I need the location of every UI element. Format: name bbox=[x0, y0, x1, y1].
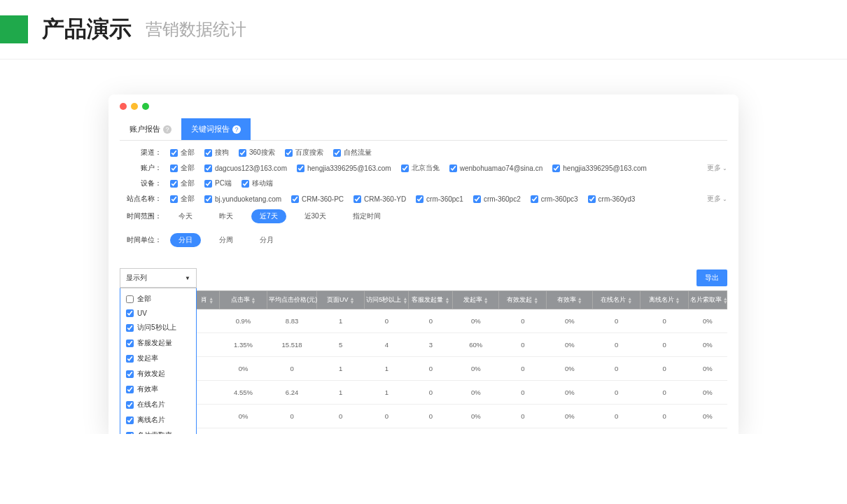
sort-icon[interactable]: ▲▼ bbox=[578, 297, 582, 304]
table-row[interactable]: 夭bj-云朵课堂1.35%15.51854360%00%000% bbox=[120, 333, 727, 357]
column-selector-dropdown[interactable]: 全部UV访问5秒以上客服发起量发起率有效发起有效率在线名片离线名片名片索取率有效… bbox=[120, 288, 197, 434]
checkbox-icon[interactable] bbox=[126, 416, 134, 424]
filter-checkbox-option[interactable]: crm-360pc3 bbox=[531, 195, 578, 203]
checkbox-icon[interactable] bbox=[126, 309, 134, 317]
filter-checkbox-option[interactable]: crm-360pc1 bbox=[416, 195, 463, 203]
filter-checkbox-option[interactable]: 全部 bbox=[170, 194, 195, 204]
checkbox-icon[interactable] bbox=[126, 432, 134, 435]
checkbox-icon[interactable] bbox=[170, 149, 178, 157]
column-toggle-item[interactable]: 访问5秒以上 bbox=[120, 320, 196, 335]
checkbox-icon[interactable] bbox=[552, 164, 560, 172]
window-maximize-icon[interactable] bbox=[142, 103, 149, 110]
filter-checkbox-option[interactable]: 北京当兔 bbox=[401, 163, 440, 173]
filter-checkbox-option[interactable]: wenbohuamao74@sina.cn bbox=[449, 164, 543, 172]
sort-icon[interactable]: ▲▼ bbox=[350, 297, 355, 304]
column-toggle-item[interactable]: 发起率 bbox=[120, 351, 196, 366]
filter-checkbox-option[interactable]: hengjia3396295@163.com bbox=[552, 164, 647, 172]
sort-icon[interactable]: ▲▼ bbox=[676, 297, 680, 304]
checkbox-icon[interactable] bbox=[416, 195, 424, 203]
checkbox-icon[interactable] bbox=[170, 180, 178, 188]
filter-checkbox-option[interactable]: 全部 bbox=[170, 148, 195, 158]
tab-keyword-report[interactable]: 关键词报告 ? bbox=[181, 118, 251, 140]
window-close-icon[interactable] bbox=[120, 103, 127, 110]
filter-checkbox-option[interactable]: 全部 bbox=[170, 178, 195, 188]
table-header-cell[interactable]: 页面UV▲▼ bbox=[317, 291, 365, 309]
checkbox-icon[interactable] bbox=[285, 149, 293, 157]
checkbox-icon[interactable] bbox=[170, 164, 178, 172]
checkbox-icon[interactable] bbox=[449, 164, 457, 172]
filter-checkbox-option[interactable]: CRM-360-YD bbox=[354, 195, 406, 203]
time-option-pill[interactable]: 近30天 bbox=[296, 209, 335, 223]
filter-checkbox-option[interactable]: 移动端 bbox=[241, 178, 273, 188]
tab-account-report[interactable]: 账户报告 ? bbox=[120, 118, 181, 140]
help-icon[interactable]: ? bbox=[163, 125, 172, 134]
sort-icon[interactable]: ▲▼ bbox=[723, 297, 727, 304]
column-toggle-item[interactable]: 离线名片 bbox=[120, 412, 196, 428]
checkbox-icon[interactable] bbox=[204, 164, 212, 172]
table-row[interactable]: 夭bj-云朵课堂0%01100%00%000% bbox=[120, 357, 727, 381]
more-toggle[interactable]: 更多 ⌄ bbox=[707, 194, 727, 204]
table-row[interactable]: 夭bj-云朵课堂0.9%8.831000%00%000% bbox=[120, 309, 727, 333]
filter-checkbox-option[interactable]: hengjia3396295@163.com bbox=[297, 164, 391, 172]
table-header-cell[interactable]: 有效率▲▼ bbox=[547, 291, 593, 309]
checkbox-icon[interactable] bbox=[291, 195, 299, 203]
column-toggle-item[interactable]: 全部 bbox=[120, 291, 196, 307]
checkbox-icon[interactable] bbox=[473, 195, 481, 203]
table-header-cell[interactable]: 发起率▲▼ bbox=[453, 291, 499, 309]
column-toggle-item[interactable]: 名片索取率 bbox=[120, 428, 196, 434]
table-header-cell[interactable]: 点击率▲▼ bbox=[219, 291, 267, 309]
filter-checkbox-option[interactable]: 360搜索 bbox=[239, 148, 275, 158]
sort-icon[interactable]: ▲▼ bbox=[209, 297, 214, 304]
checkbox-icon[interactable] bbox=[333, 149, 341, 157]
filter-checkbox-option[interactable]: 全部 bbox=[170, 163, 195, 173]
more-toggle[interactable]: 更多 ⌄ bbox=[707, 163, 727, 173]
checkbox-icon[interactable] bbox=[126, 370, 134, 378]
checkbox-icon[interactable] bbox=[126, 324, 134, 332]
checkbox-icon[interactable] bbox=[588, 195, 596, 203]
column-toggle-item[interactable]: 在线名片 bbox=[120, 397, 196, 412]
checkbox-icon[interactable] bbox=[126, 386, 134, 393]
checkbox-icon[interactable] bbox=[126, 401, 134, 409]
table-header-cell[interactable]: 名片索取率▲▼ bbox=[688, 291, 727, 309]
column-toggle-item[interactable]: 有效发起 bbox=[120, 366, 196, 382]
table-header-cell[interactable]: 访问5秒以上▲▼ bbox=[365, 291, 409, 309]
time-option-pill[interactable]: 今天 bbox=[170, 209, 201, 223]
time-option-pill[interactable]: 昨天 bbox=[211, 209, 241, 223]
table-row[interactable]: 夭bj-云朵课堂4.55%6.241100%00%000% bbox=[120, 381, 727, 405]
filter-checkbox-option[interactable]: 自然流量 bbox=[333, 148, 372, 158]
time-option-pill[interactable]: 分日 bbox=[170, 233, 201, 247]
checkbox-icon[interactable] bbox=[297, 164, 304, 172]
table-header-cell[interactable]: 在线名片▲▼ bbox=[593, 291, 640, 309]
sort-icon[interactable]: ▲▼ bbox=[484, 297, 489, 304]
filter-checkbox-option[interactable]: dagcuos123@163.com bbox=[204, 164, 287, 172]
table-header-cell[interactable]: 客服发起量▲▼ bbox=[409, 291, 453, 309]
export-button[interactable]: 导出 bbox=[696, 270, 727, 286]
sort-icon[interactable]: ▲▼ bbox=[402, 297, 407, 304]
table-header-cell[interactable]: 有效发起▲▼ bbox=[499, 291, 547, 309]
checkbox-icon[interactable] bbox=[204, 180, 212, 188]
checkbox-icon[interactable] bbox=[239, 149, 246, 157]
window-minimize-icon[interactable] bbox=[131, 103, 138, 110]
filter-checkbox-option[interactable]: 搜狗 bbox=[204, 148, 229, 158]
checkbox-icon[interactable] bbox=[126, 355, 134, 363]
sort-icon[interactable]: ▲▼ bbox=[444, 297, 449, 304]
sort-icon[interactable]: ▲▼ bbox=[533, 297, 538, 304]
filter-checkbox-option[interactable]: 百度搜索 bbox=[285, 148, 323, 158]
checkbox-icon[interactable] bbox=[354, 195, 361, 203]
time-option-pill[interactable]: 指定时间 bbox=[344, 209, 389, 223]
sort-icon[interactable]: ▲▼ bbox=[251, 297, 256, 304]
column-toggle-item[interactable]: 客服发起量 bbox=[120, 335, 196, 351]
checkbox-icon[interactable] bbox=[531, 195, 538, 203]
checkbox-icon[interactable] bbox=[204, 149, 212, 157]
time-option-pill[interactable]: 近7天 bbox=[251, 209, 286, 223]
filter-checkbox-option[interactable]: PC端 bbox=[204, 178, 232, 188]
column-toggle-item[interactable]: UV bbox=[120, 307, 196, 320]
table-header-cell[interactable]: 离线名片▲▼ bbox=[640, 291, 688, 309]
filter-checkbox-option[interactable]: crm-360pc2 bbox=[473, 195, 521, 203]
filter-checkbox-option[interactable]: crm-360yd3 bbox=[588, 195, 636, 203]
filter-checkbox-option[interactable]: bj.yunduoketang.com bbox=[204, 195, 281, 203]
table-row[interactable]: 夭bj-云朵课堂0%00000%00%000% bbox=[120, 405, 727, 428]
sort-icon[interactable]: ▲▼ bbox=[627, 297, 632, 304]
column-selector[interactable]: 显示列 ▼ bbox=[120, 268, 197, 288]
table-header-cell[interactable]: 肖▲▼ bbox=[195, 291, 219, 309]
